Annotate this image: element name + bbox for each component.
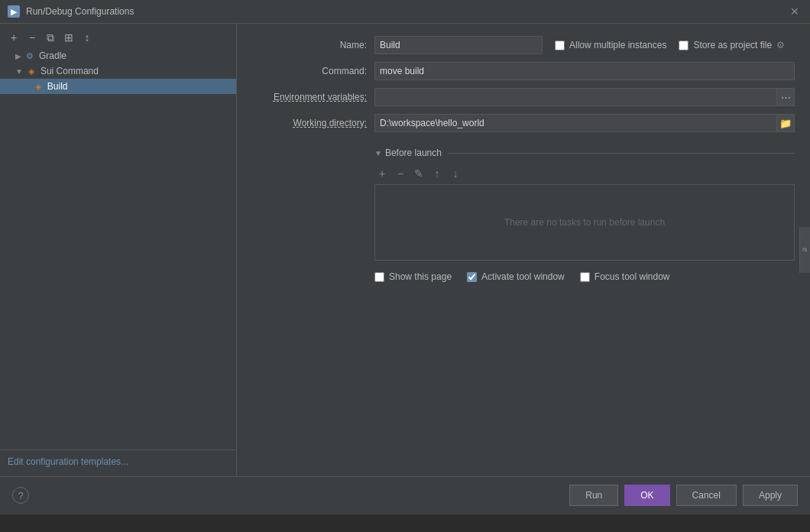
allow-multiple-instances-checkbox[interactable] xyxy=(555,41,565,50)
footer: ? Run OK Cancel Apply xyxy=(0,476,810,514)
dialog-title: Run/Debug Configurations xyxy=(26,6,787,17)
ok-button[interactable]: OK xyxy=(624,485,669,506)
close-button[interactable]: ✕ xyxy=(787,5,802,18)
focus-tool-window-label: Focus tool window xyxy=(580,271,670,282)
command-label: Command: xyxy=(252,66,374,76)
title-bar: ▶ Run/Debug Configurations ✕ xyxy=(0,0,810,24)
working-dir-input[interactable] xyxy=(374,114,776,132)
run-button[interactable]: Run xyxy=(569,485,618,506)
name-input-group: Allow multiple instances Store as projec… xyxy=(374,36,795,54)
show-this-page-label: Show this page xyxy=(374,271,452,282)
store-as-project-file-text: Store as project file xyxy=(693,40,772,50)
tree-arrow-build xyxy=(28,83,30,91)
store-as-project-file-label: Store as project file ⚙ xyxy=(679,40,785,50)
focus-tool-window-text: Focus tool window xyxy=(595,271,670,282)
before-launch-content: There are no tasks to run before launch xyxy=(374,184,795,261)
section-divider xyxy=(448,153,795,154)
allow-multiple-instances-label: Allow multiple instances xyxy=(555,40,666,50)
env-vars-input-group: ⋯ xyxy=(374,88,795,106)
bottom-checkboxes-row: Show this page Activate tool window Focu… xyxy=(374,271,795,282)
bottom-strip xyxy=(0,514,810,532)
expand-all-button[interactable]: ⊞ xyxy=(61,30,76,45)
before-launch-toggle[interactable]: ▼ xyxy=(374,149,382,157)
help-button[interactable]: ? xyxy=(12,487,29,504)
apply-button[interactable]: Apply xyxy=(743,485,798,506)
activate-tool-window-checkbox[interactable] xyxy=(467,272,477,282)
main-content: + − ⧉ ⊞ ↕ ▶ ⚙ Gradle ▼ ◈ Sui Command ◈ B… xyxy=(0,24,810,476)
working-dir-input-group: 📁 xyxy=(374,114,795,132)
gear-icon: ⚙ xyxy=(776,40,785,50)
working-dir-browse-button[interactable]: 📁 xyxy=(776,114,795,132)
tree-label-sui: Sui Command xyxy=(40,66,99,76)
name-label: Name: xyxy=(252,40,374,50)
env-vars-row: Environment variables: ⋯ xyxy=(252,88,795,106)
env-vars-browse-button[interactable]: ⋯ xyxy=(776,88,795,106)
activate-tool-window-label: Activate tool window xyxy=(467,271,565,282)
tree-label-build: Build xyxy=(47,81,68,92)
copy-config-button[interactable]: ⧉ xyxy=(43,30,58,45)
tree-item-build[interactable]: ◈ Build xyxy=(0,79,236,94)
tree-item-sui-command[interactable]: ▼ ◈ Sui Command xyxy=(0,63,236,79)
bl-remove-button[interactable]: − xyxy=(393,166,408,181)
sui-icon: ◈ xyxy=(26,66,37,76)
before-launch-section-header: ▼ Before launch xyxy=(252,148,795,158)
store-as-project-file-checkbox[interactable] xyxy=(679,41,688,50)
focus-tool-window-checkbox[interactable] xyxy=(580,272,590,282)
footer-buttons: Run OK Cancel Apply xyxy=(569,485,798,506)
before-launch-toolbar: + − ✎ ↑ ↓ xyxy=(374,163,795,184)
footer-left: ? xyxy=(12,487,29,504)
tree-item-gradle[interactable]: ▶ ⚙ Gradle xyxy=(0,48,236,63)
collapse-tab[interactable]: e xyxy=(799,227,810,273)
name-row: Name: Allow multiple instances Store as … xyxy=(252,36,795,54)
env-vars-input[interactable] xyxy=(374,88,776,106)
dialog-icon: ▶ xyxy=(8,5,20,18)
before-launch-empty-text: There are no tasks to run before launch xyxy=(504,217,665,228)
cancel-button[interactable]: Cancel xyxy=(676,485,737,506)
bl-move-up-button[interactable]: ↑ xyxy=(429,166,445,181)
working-dir-label: Working directory: xyxy=(252,118,374,128)
sort-button[interactable]: ↕ xyxy=(79,30,95,45)
tree-arrow-gradle: ▶ xyxy=(15,52,21,60)
allow-multiple-instances-text: Allow multiple instances xyxy=(569,40,666,50)
bl-edit-button[interactable]: ✎ xyxy=(411,166,426,181)
right-panel: Name: Allow multiple instances Store as … xyxy=(237,24,810,476)
run-debug-configurations-dialog: ▶ Run/Debug Configurations ✕ + − ⧉ ⊞ ↕ ▶… xyxy=(0,0,810,532)
build-icon: ◈ xyxy=(33,81,44,92)
tree-label-gradle: Gradle xyxy=(39,50,66,61)
left-toolbar: + − ⧉ ⊞ ↕ xyxy=(0,27,236,48)
activate-tool-window-text: Activate tool window xyxy=(481,271,565,282)
gradle-icon: ⚙ xyxy=(24,50,35,61)
left-panel: + − ⧉ ⊞ ↕ ▶ ⚙ Gradle ▼ ◈ Sui Command ◈ B… xyxy=(0,24,237,476)
show-this-page-text: Show this page xyxy=(389,271,452,282)
command-row: Command: xyxy=(252,62,795,80)
add-config-button[interactable]: + xyxy=(6,30,21,45)
tree-arrow-sui: ▼ xyxy=(15,67,23,76)
show-this-page-checkbox[interactable] xyxy=(374,272,384,282)
command-input[interactable] xyxy=(374,62,795,80)
bl-move-down-button[interactable]: ↓ xyxy=(448,166,463,181)
remove-config-button[interactable]: − xyxy=(24,30,40,45)
name-input[interactable] xyxy=(374,36,543,54)
env-vars-label: Environment variables: xyxy=(252,92,374,102)
edit-templates-link[interactable]: Edit configuration templates... xyxy=(0,449,236,473)
working-dir-row: Working directory: 📁 xyxy=(252,114,795,132)
before-launch-label: Before launch xyxy=(385,148,442,158)
bl-add-button[interactable]: + xyxy=(374,166,390,181)
